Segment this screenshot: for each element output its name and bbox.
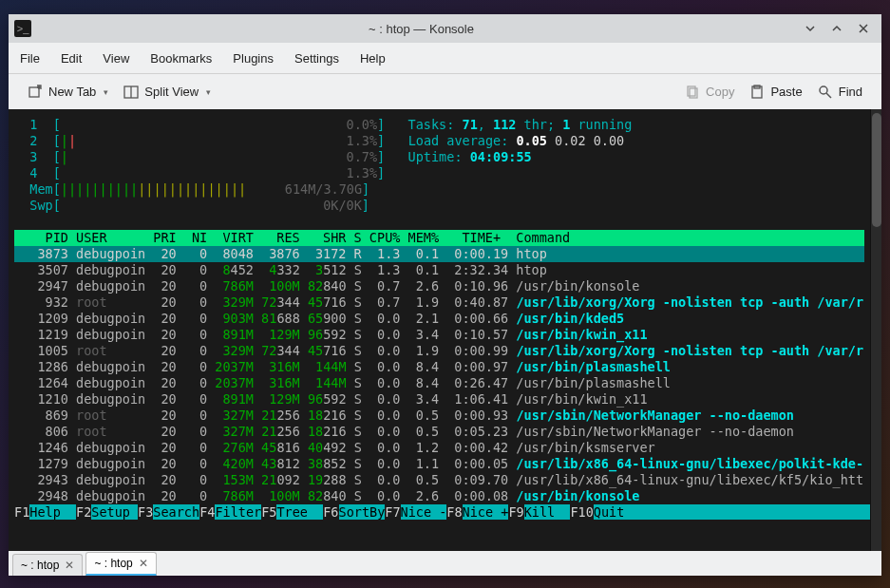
close-icon[interactable]: ✕ [139,557,148,570]
new-tab-icon [28,85,43,100]
chevron-down-icon: ▾ [104,87,108,97]
menu-bookmarks[interactable]: Bookmarks [150,51,212,66]
terminal-area[interactable]: 1 [ 0.0%] Tasks: 71, 112 thr; 1 running … [9,109,881,551]
paste-button[interactable]: Paste [742,81,809,104]
copy-icon [685,85,700,100]
menu-view[interactable]: View [103,51,129,66]
tab[interactable]: ~ : htop✕ [85,552,156,576]
split-view-button[interactable]: Split View ▾ [116,81,218,104]
close-icon[interactable]: ✕ [65,559,74,572]
titlebar[interactable]: >_ ~ : htop — Konsole [9,14,881,43]
find-label: Find [839,85,862,99]
terminal-icon: >_ [14,20,31,37]
svg-rect-0 [29,87,39,97]
copy-label: Copy [706,85,734,99]
tabbar: ~ : htop✕~ : htop✕ [9,551,881,576]
paste-icon [749,85,765,100]
find-button[interactable]: Find [810,81,870,104]
close-button[interactable] [857,22,870,35]
menu-file[interactable]: File [20,51,40,66]
menu-help[interactable]: Help [360,51,386,66]
menu-edit[interactable]: Edit [61,51,82,66]
menu-plugins[interactable]: Plugins [233,51,274,66]
menubar: File Edit View Bookmarks Plugins Setting… [9,43,881,73]
toolbar: New Tab ▾ Split View ▾ Copy Paste Find [9,73,881,109]
menu-settings[interactable]: Settings [294,51,339,66]
paste-label: Paste [770,85,802,99]
maximize-button[interactable] [830,22,843,35]
svg-line-8 [826,93,831,98]
search-icon [818,85,833,100]
tab-label: ~ : htop [21,559,59,572]
copy-button[interactable]: Copy [677,81,742,104]
scrollbar-thumb[interactable] [872,113,881,227]
tab-label: ~ : htop [94,557,132,570]
minimize-button[interactable] [804,22,817,35]
window-title: ~ : htop — Konsole [39,22,804,36]
split-view-icon [123,85,139,100]
new-tab-label: New Tab [48,85,96,99]
svg-point-7 [820,86,827,94]
split-view-label: Split View [144,85,199,99]
chevron-down-icon: ▾ [206,87,211,97]
konsole-window: >_ ~ : htop — Konsole File Edit View Boo… [9,14,881,576]
new-tab-button[interactable]: New Tab ▾ [20,81,116,104]
tab[interactable]: ~ : htop✕ [12,554,83,576]
scrollbar[interactable] [870,109,881,551]
terminal-content[interactable]: 1 [ 0.0%] Tasks: 71, 112 thr; 1 running … [9,109,870,551]
